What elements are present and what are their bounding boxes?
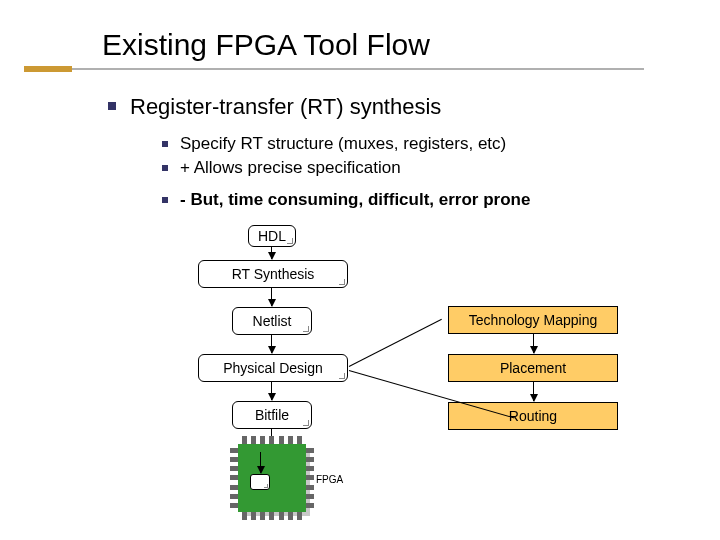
box-bitfile-label: Bitfile — [255, 407, 289, 423]
bullet-sub-1: Specify RT structure (muxes, registers, … — [162, 134, 506, 154]
title-accent — [24, 66, 72, 72]
box-routing-label: Routing — [509, 408, 557, 424]
bullet-icon — [162, 141, 168, 147]
box-placement: Placement — [448, 354, 618, 382]
bullet-sub-2: + Allows precise specification — [162, 158, 401, 178]
arrow-phys-bitfile — [271, 382, 272, 400]
title-underline — [24, 68, 644, 70]
box-placement-label: Placement — [500, 360, 566, 376]
arrow-netlist-phys — [271, 335, 272, 353]
bullet-main: Register-transfer (RT) synthesis — [108, 94, 441, 120]
bullet-icon — [162, 197, 168, 203]
box-techmap-label: Technology Mapping — [469, 312, 597, 328]
arrow-techmap-place — [533, 334, 534, 353]
box-hdl-label: HDL — [258, 228, 286, 244]
slide-title: Existing FPGA Tool Flow — [102, 28, 430, 62]
arrow-rt-netlist — [271, 288, 272, 306]
box-netlist-label: Netlist — [253, 313, 292, 329]
bullet-main-text: Register-transfer (RT) synthesis — [130, 94, 441, 119]
bullet-sub-3: - But, time consuming, difficult, error … — [162, 190, 530, 210]
box-rt-label: RT Synthesis — [232, 266, 315, 282]
fpga-inner-box — [250, 474, 270, 490]
arrow-hdl-rt — [271, 247, 272, 259]
bullet-sub3-text: - But, time consuming, difficult, error … — [180, 190, 530, 209]
box-netlist: Netlist — [232, 307, 312, 335]
box-bitfile: Bitfile — [232, 401, 312, 429]
fpga-label: FPGA — [316, 474, 343, 485]
arrow-into-fpga — [260, 452, 261, 473]
bullet-sub2-text: + Allows precise specification — [180, 158, 401, 177]
box-physical-design: Physical Design — [198, 354, 348, 382]
box-rt-synthesis: RT Synthesis — [198, 260, 348, 288]
bullet-icon — [108, 102, 116, 110]
box-phys-label: Physical Design — [223, 360, 323, 376]
box-hdl: HDL — [248, 225, 296, 247]
arrow-place-route — [533, 382, 534, 401]
connector-top — [349, 319, 442, 367]
bullet-icon — [162, 165, 168, 171]
box-tech-mapping: Technology Mapping — [448, 306, 618, 334]
fpga-chip — [238, 444, 306, 512]
bullet-sub1-text: Specify RT structure (muxes, registers, … — [180, 134, 506, 153]
